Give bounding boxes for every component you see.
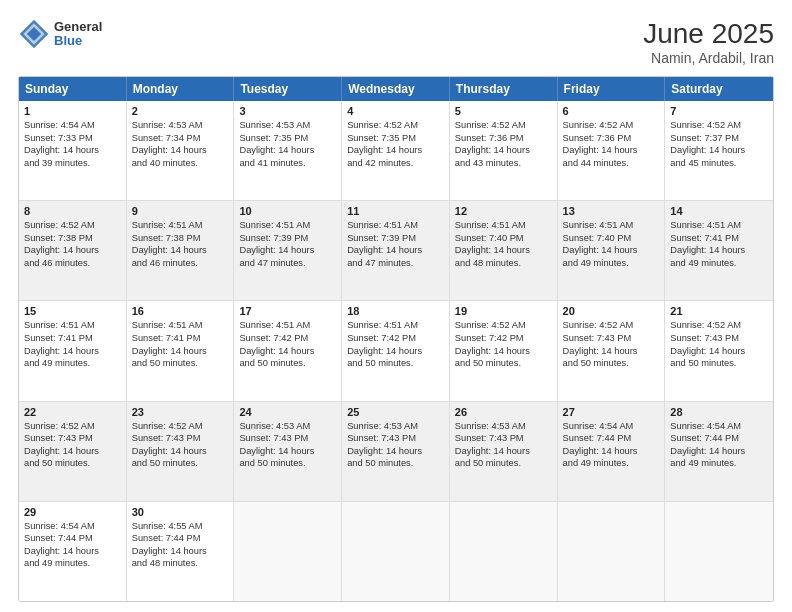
cell-line: Sunrise: 4:53 AM: [455, 420, 552, 433]
cell-line: Sunrise: 4:51 AM: [239, 219, 336, 232]
logo-text: General Blue: [54, 20, 102, 49]
header: General Blue June 2025 Namin, Ardabil, I…: [18, 18, 774, 66]
cell-line: Daylight: 14 hours: [455, 345, 552, 358]
cell-line: Sunset: 7:44 PM: [563, 432, 660, 445]
cell-line: and 50 minutes.: [239, 457, 336, 470]
cell-line: and 49 minutes.: [563, 457, 660, 470]
calendar-cell: 14Sunrise: 4:51 AMSunset: 7:41 PMDayligh…: [665, 201, 773, 300]
weekday-header: Tuesday: [234, 77, 342, 101]
calendar-cell: 17Sunrise: 4:51 AMSunset: 7:42 PMDayligh…: [234, 301, 342, 400]
day-number: 2: [132, 105, 229, 117]
cell-line: Sunset: 7:37 PM: [670, 132, 768, 145]
cell-line: Sunset: 7:40 PM: [455, 232, 552, 245]
cell-line: Daylight: 14 hours: [24, 144, 121, 157]
cell-line: Sunrise: 4:51 AM: [132, 319, 229, 332]
cell-line: Daylight: 14 hours: [670, 345, 768, 358]
cell-line: Sunset: 7:42 PM: [347, 332, 444, 345]
cell-line: and 50 minutes.: [239, 357, 336, 370]
cell-line: Sunset: 7:41 PM: [670, 232, 768, 245]
cell-line: Sunrise: 4:52 AM: [563, 319, 660, 332]
cell-line: Sunrise: 4:52 AM: [455, 119, 552, 132]
day-number: 15: [24, 305, 121, 317]
cell-line: and 49 minutes.: [563, 257, 660, 270]
cell-line: Sunset: 7:42 PM: [239, 332, 336, 345]
calendar-cell: 3Sunrise: 4:53 AMSunset: 7:35 PMDaylight…: [234, 101, 342, 200]
day-number: 23: [132, 406, 229, 418]
cell-line: Sunrise: 4:51 AM: [347, 219, 444, 232]
calendar-cell: 4Sunrise: 4:52 AMSunset: 7:35 PMDaylight…: [342, 101, 450, 200]
cell-line: Sunset: 7:43 PM: [563, 332, 660, 345]
day-number: 29: [24, 506, 121, 518]
calendar-cell: 6Sunrise: 4:52 AMSunset: 7:36 PMDaylight…: [558, 101, 666, 200]
page: General Blue June 2025 Namin, Ardabil, I…: [0, 0, 792, 612]
calendar-cell: 15Sunrise: 4:51 AMSunset: 7:41 PMDayligh…: [19, 301, 127, 400]
day-number: 4: [347, 105, 444, 117]
day-number: 17: [239, 305, 336, 317]
cell-line: Sunrise: 4:54 AM: [24, 119, 121, 132]
cell-line: Daylight: 14 hours: [239, 244, 336, 257]
cell-line: Sunrise: 4:54 AM: [563, 420, 660, 433]
calendar-subtitle: Namin, Ardabil, Iran: [643, 50, 774, 66]
cell-line: Sunrise: 4:51 AM: [347, 319, 444, 332]
cell-line: Sunrise: 4:52 AM: [563, 119, 660, 132]
cell-line: and 50 minutes.: [347, 457, 444, 470]
day-number: 20: [563, 305, 660, 317]
calendar-title: June 2025: [643, 18, 774, 50]
cell-line: Daylight: 14 hours: [347, 345, 444, 358]
calendar-cell: 25Sunrise: 4:53 AMSunset: 7:43 PMDayligh…: [342, 402, 450, 501]
calendar-cell: 22Sunrise: 4:52 AMSunset: 7:43 PMDayligh…: [19, 402, 127, 501]
cell-line: and 50 minutes.: [132, 357, 229, 370]
cell-line: Sunset: 7:39 PM: [239, 232, 336, 245]
day-number: 28: [670, 406, 768, 418]
day-number: 18: [347, 305, 444, 317]
calendar-cell: 30Sunrise: 4:55 AMSunset: 7:44 PMDayligh…: [127, 502, 235, 601]
day-number: 3: [239, 105, 336, 117]
cell-line: Daylight: 14 hours: [239, 144, 336, 157]
cell-line: and 48 minutes.: [132, 557, 229, 570]
day-number: 30: [132, 506, 229, 518]
calendar-cell: 24Sunrise: 4:53 AMSunset: 7:43 PMDayligh…: [234, 402, 342, 501]
cell-line: Sunrise: 4:55 AM: [132, 520, 229, 533]
cell-line: Sunrise: 4:52 AM: [670, 119, 768, 132]
cell-line: Sunset: 7:41 PM: [24, 332, 121, 345]
cell-line: and 50 minutes.: [132, 457, 229, 470]
cell-line: Sunset: 7:42 PM: [455, 332, 552, 345]
cell-line: Daylight: 14 hours: [455, 244, 552, 257]
logo-icon: [18, 18, 50, 50]
cell-line: Daylight: 14 hours: [132, 545, 229, 558]
day-number: 7: [670, 105, 768, 117]
calendar-cell: 23Sunrise: 4:52 AMSunset: 7:43 PMDayligh…: [127, 402, 235, 501]
cell-line: Sunset: 7:43 PM: [670, 332, 768, 345]
cell-line: and 41 minutes.: [239, 157, 336, 170]
cell-line: and 39 minutes.: [24, 157, 121, 170]
cell-line: and 47 minutes.: [239, 257, 336, 270]
cell-line: Sunset: 7:43 PM: [347, 432, 444, 445]
calendar-cell: 13Sunrise: 4:51 AMSunset: 7:40 PMDayligh…: [558, 201, 666, 300]
cell-line: and 50 minutes.: [24, 457, 121, 470]
cell-line: Sunrise: 4:51 AM: [239, 319, 336, 332]
title-block: June 2025 Namin, Ardabil, Iran: [643, 18, 774, 66]
cell-line: Sunrise: 4:51 AM: [670, 219, 768, 232]
logo-line2: Blue: [54, 34, 102, 48]
cell-line: and 49 minutes.: [670, 257, 768, 270]
cell-line: Daylight: 14 hours: [132, 345, 229, 358]
calendar-row: 15Sunrise: 4:51 AMSunset: 7:41 PMDayligh…: [19, 301, 773, 401]
calendar-header: SundayMondayTuesdayWednesdayThursdayFrid…: [19, 77, 773, 101]
day-number: 27: [563, 406, 660, 418]
day-number: 12: [455, 205, 552, 217]
calendar: SundayMondayTuesdayWednesdayThursdayFrid…: [18, 76, 774, 602]
cell-line: Sunset: 7:33 PM: [24, 132, 121, 145]
day-number: 14: [670, 205, 768, 217]
cell-line: and 46 minutes.: [24, 257, 121, 270]
cell-line: Sunset: 7:35 PM: [239, 132, 336, 145]
cell-line: Sunset: 7:40 PM: [563, 232, 660, 245]
cell-line: Daylight: 14 hours: [563, 144, 660, 157]
cell-line: Daylight: 14 hours: [24, 244, 121, 257]
cell-line: and 48 minutes.: [455, 257, 552, 270]
cell-line: Daylight: 14 hours: [563, 345, 660, 358]
calendar-body: 1Sunrise: 4:54 AMSunset: 7:33 PMDaylight…: [19, 101, 773, 601]
cell-line: Sunset: 7:36 PM: [563, 132, 660, 145]
weekday-header: Wednesday: [342, 77, 450, 101]
calendar-cell: 26Sunrise: 4:53 AMSunset: 7:43 PMDayligh…: [450, 402, 558, 501]
cell-line: Daylight: 14 hours: [563, 244, 660, 257]
